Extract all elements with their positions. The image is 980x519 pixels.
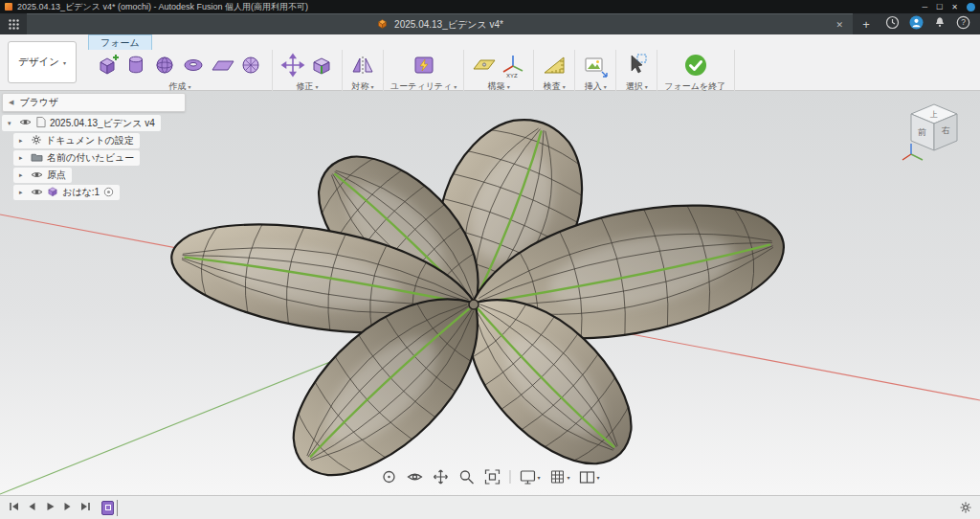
zoom-icon[interactable]	[457, 468, 475, 485]
browser-item-label[interactable]: 名前の付いたビュー	[47, 151, 134, 165]
browser-panel: ◀ ブラウザ ▾ 2025.04.13_ビデンス v4 ▸ ドキュメントの設定 …	[2, 93, 186, 200]
measure-button[interactable]	[541, 52, 568, 79]
skip-to-start-button[interactable]	[8, 499, 19, 516]
edit-form-button[interactable]	[279, 52, 306, 79]
create-box-button[interactable]	[95, 52, 122, 79]
collapse-panel-icon[interactable]: ◀	[9, 99, 13, 106]
document-tab[interactable]: 2025.04.13_ビデンス v4* ✕	[27, 13, 853, 34]
browser-item-label[interactable]: ドキュメントの設定	[46, 134, 134, 147]
notifications-bell-icon[interactable]	[933, 15, 947, 33]
construct-plane-button[interactable]	[471, 52, 498, 79]
utility-button[interactable]	[411, 52, 437, 79]
step-back-button[interactable]	[26, 499, 37, 516]
toolbar-group-construct: XYZ 構築▾	[464, 50, 534, 93]
viewport-canvas[interactable]: ◀ ブラウザ ▾ 2025.04.13_ビデンス v4 ▸ ドキュメントの設定 …	[0, 91, 980, 495]
construct-axis-button[interactable]: XYZ	[500, 52, 526, 79]
job-status-icon[interactable]	[885, 15, 900, 34]
svg-text:右: 右	[941, 125, 950, 135]
create-plane-button[interactable]	[210, 52, 236, 79]
expand-caret-icon[interactable]: ▾	[8, 120, 15, 127]
document-icon	[376, 17, 389, 32]
tab-close-icon[interactable]: ✕	[835, 20, 843, 30]
skip-to-end-button[interactable]	[80, 499, 92, 516]
svg-text:前: 前	[918, 127, 926, 137]
toolbar-group-symmetry: 対称▾	[343, 50, 384, 93]
mirror-symmetry-button[interactable]	[349, 52, 376, 79]
ribbon-toolbar: デザイン ▾ フォーム 作成▾	[0, 34, 980, 91]
navigation-bar: ▾ ▾ ▾	[380, 468, 599, 485]
profile-avatar[interactable]	[909, 15, 924, 34]
title-bar: 2025.04.13_ビデンス v4* (omochi) - Autodesk …	[0, 0, 980, 13]
browser-item-named-views[interactable]: ▸ 名前の付いたビュー	[13, 150, 140, 166]
expand-caret-icon[interactable]: ▸	[19, 189, 27, 196]
timeline-playhead[interactable]	[117, 500, 118, 516]
pan-icon[interactable]	[432, 468, 449, 485]
fit-icon[interactable]	[483, 468, 501, 485]
visibility-eye-icon[interactable]	[19, 118, 32, 128]
axis-triad-icon	[902, 144, 923, 160]
timeline-settings-gear-icon[interactable]	[959, 501, 972, 514]
play-button[interactable]	[44, 499, 56, 516]
help-icon[interactable]: ?	[956, 15, 970, 34]
account-status-icon[interactable]	[967, 3, 975, 11]
body-cube-icon	[47, 186, 58, 199]
create-torus-button[interactable]	[181, 52, 208, 79]
timeline-bar	[0, 495, 980, 519]
toolbar-groups: 作成▾ 修正▾ 対称▾	[88, 50, 980, 93]
maximize-button[interactable]: ☐	[936, 3, 943, 11]
look-at-icon[interactable]	[406, 468, 423, 485]
viewports-icon[interactable]: ▾	[579, 468, 600, 485]
visibility-eye-icon[interactable]	[31, 188, 43, 198]
timeline-form-feature-marker[interactable]	[101, 501, 114, 515]
browser-item-label[interactable]: 原点	[47, 169, 66, 182]
visibility-eye-icon[interactable]	[31, 170, 43, 181]
new-tab-button[interactable]: +	[857, 17, 876, 32]
expand-caret-icon[interactable]: ▸	[19, 171, 27, 179]
browser-tree: ▾ 2025.04.13_ビデンス v4 ▸ ドキュメントの設定 ▸ 名前の付い…	[2, 115, 186, 200]
select-button[interactable]	[623, 52, 650, 79]
divider	[509, 470, 510, 484]
document-tab-label: 2025.04.13_ビデンス v4*	[394, 18, 503, 32]
close-button[interactable]: ✕	[951, 3, 958, 11]
activate-component-radio[interactable]	[103, 187, 114, 199]
folder-icon	[31, 152, 43, 164]
fusion-window: 2025.04.13_ビデンス v4* (omochi) - Autodesk …	[0, 0, 980, 519]
browser-item-label[interactable]: 2025.04.13_ビデンス v4	[50, 117, 155, 130]
minimize-button[interactable]: ─	[922, 3, 927, 11]
create-quadball-button[interactable]	[238, 52, 265, 79]
insert-canvas-button[interactable]	[582, 52, 609, 79]
toolbar-group-finish-form: フォームを終了	[657, 50, 735, 93]
chevron-down-icon: ▾	[63, 59, 66, 66]
browser-item-root[interactable]: ▾ 2025.04.13_ビデンス v4	[2, 115, 161, 131]
svg-text:XYZ: XYZ	[506, 73, 518, 79]
finish-form-button[interactable]	[682, 52, 709, 79]
workspace-label: デザイン	[18, 56, 59, 69]
window-title: 2025.04.13_ビデンス v4* (omochi) - Autodesk …	[17, 1, 308, 13]
browser-title: ブラウザ	[19, 96, 58, 109]
workspace-selector[interactable]: デザイン ▾	[8, 41, 77, 83]
display-settings-icon[interactable]: ▾	[519, 468, 540, 485]
browser-item-document-settings[interactable]: ▸ ドキュメントの設定	[13, 133, 140, 148]
expand-caret-icon[interactable]: ▸	[19, 154, 27, 162]
toolbar-group-utilities: ユーティリティ▾	[384, 50, 464, 93]
create-sphere-button[interactable]	[152, 52, 179, 79]
grid-settings-icon[interactable]: ▾	[548, 468, 569, 485]
browser-item-body-ohana[interactable]: ▸ おはな:1	[13, 185, 120, 200]
step-forward-button[interactable]	[62, 499, 74, 516]
svg-text:上: 上	[929, 110, 938, 119]
gear-icon	[31, 134, 42, 147]
toolbar-group-insert: 挿入▾	[575, 50, 616, 93]
browser-header[interactable]: ◀ ブラウザ	[2, 93, 186, 112]
browser-item-origin[interactable]: ▸ 原点	[13, 168, 72, 183]
svg-text:?: ?	[961, 17, 966, 27]
tab-form-context[interactable]: フォーム	[88, 34, 152, 50]
insert-edge-button[interactable]	[308, 52, 335, 79]
create-cylinder-button[interactable]	[123, 52, 150, 79]
view-cube[interactable]: 前 右 上	[898, 95, 970, 168]
browser-item-label[interactable]: おはな:1	[62, 186, 100, 199]
orbit-icon[interactable]	[380, 468, 397, 485]
document-tab-bar: 2025.04.13_ビデンス v4* ✕ + ?	[0, 13, 980, 34]
data-panel-toggle-icon[interactable]	[4, 14, 23, 34]
expand-caret-icon[interactable]: ▸	[19, 137, 27, 145]
toolbar-group-create: 作成▾	[88, 50, 273, 93]
